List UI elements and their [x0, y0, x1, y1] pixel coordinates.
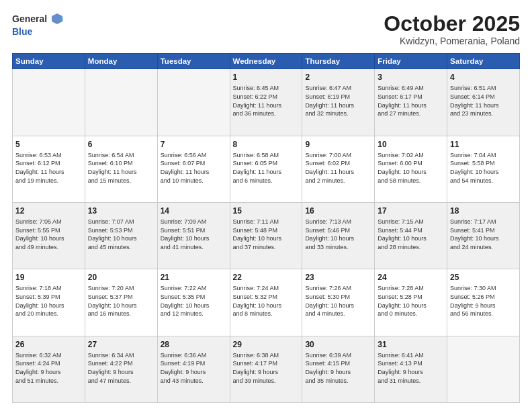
day-info: Sunrise: 7:13 AM Sunset: 5:46 PM Dayligh… — [305, 218, 371, 251]
day-info: Sunrise: 6:54 AM Sunset: 6:10 PM Dayligh… — [88, 151, 154, 185]
day-number: 6 — [88, 139, 154, 150]
day-info: Sunrise: 6:36 AM Sunset: 4:19 PM Dayligh… — [161, 351, 227, 385]
day-info: Sunrise: 7:24 AM Sunset: 5:32 PM Dayligh… — [233, 284, 300, 318]
day-info: Sunrise: 6:51 AM Sunset: 6:14 PM Dayligh… — [450, 84, 517, 118]
day-info: Sunrise: 6:38 AM Sunset: 4:17 PM Dayligh… — [233, 351, 300, 385]
day-info: Sunrise: 6:56 AM Sunset: 6:07 PM Dayligh… — [161, 151, 227, 185]
day-number: 2 — [305, 72, 371, 83]
table-row: 7Sunrise: 6:56 AM Sunset: 6:07 PM Daylig… — [157, 136, 230, 202]
table-row: 30Sunrise: 6:39 AM Sunset: 4:15 PM Dayli… — [302, 336, 375, 402]
day-number: 29 — [233, 339, 300, 350]
table-row: 31Sunrise: 6:41 AM Sunset: 4:13 PM Dayli… — [375, 336, 447, 402]
table-row: 6Sunrise: 6:54 AM Sunset: 6:10 PM Daylig… — [85, 136, 157, 202]
col-friday: Friday — [375, 54, 447, 69]
day-info: Sunrise: 7:20 AM Sunset: 5:37 PM Dayligh… — [88, 284, 154, 318]
day-info: Sunrise: 7:22 AM Sunset: 5:35 PM Dayligh… — [161, 284, 227, 318]
calendar-week-row: 19Sunrise: 7:18 AM Sunset: 5:39 PM Dayli… — [13, 269, 520, 336]
day-info: Sunrise: 6:34 AM Sunset: 4:22 PM Dayligh… — [88, 351, 154, 385]
title-month: October 2025 — [384, 12, 520, 36]
day-info: Sunrise: 7:28 AM Sunset: 5:28 PM Dayligh… — [378, 284, 444, 318]
table-row: 29Sunrise: 6:38 AM Sunset: 4:17 PM Dayli… — [230, 336, 302, 402]
col-tuesday: Tuesday — [157, 54, 230, 69]
day-number: 8 — [233, 139, 300, 150]
calendar-week-row: 5Sunrise: 6:53 AM Sunset: 6:12 PM Daylig… — [13, 136, 520, 202]
day-number: 22 — [233, 272, 300, 283]
col-sunday: Sunday — [13, 54, 85, 69]
day-number: 11 — [450, 139, 517, 150]
title-block: October 2025 Kwidzyn, Pomerania, Poland — [384, 12, 520, 46]
day-number: 4 — [450, 72, 517, 83]
day-info: Sunrise: 7:30 AM Sunset: 5:26 PM Dayligh… — [450, 284, 517, 318]
table-row: 28Sunrise: 6:36 AM Sunset: 4:19 PM Dayli… — [157, 336, 230, 402]
table-row: 3Sunrise: 6:49 AM Sunset: 6:17 PM Daylig… — [375, 69, 447, 136]
day-number: 18 — [450, 205, 517, 216]
table-row: 20Sunrise: 7:20 AM Sunset: 5:37 PM Dayli… — [85, 269, 157, 336]
table-row: 14Sunrise: 7:09 AM Sunset: 5:51 PM Dayli… — [157, 202, 230, 269]
day-number: 12 — [15, 205, 82, 216]
table-row: 13Sunrise: 7:07 AM Sunset: 5:53 PM Dayli… — [85, 202, 157, 269]
table-row — [85, 69, 157, 136]
day-info: Sunrise: 6:32 AM Sunset: 4:24 PM Dayligh… — [15, 351, 82, 385]
table-row: 17Sunrise: 7:15 AM Sunset: 5:44 PM Dayli… — [375, 202, 447, 269]
logo: General Blue — [12, 12, 65, 37]
table-row: 10Sunrise: 7:02 AM Sunset: 6:00 PM Dayli… — [375, 136, 447, 202]
day-info: Sunrise: 7:00 AM Sunset: 6:02 PM Dayligh… — [305, 151, 371, 185]
table-row: 21Sunrise: 7:22 AM Sunset: 5:35 PM Dayli… — [157, 269, 230, 336]
day-info: Sunrise: 7:02 AM Sunset: 6:00 PM Dayligh… — [378, 151, 444, 185]
day-number: 1 — [233, 72, 300, 83]
table-row: 5Sunrise: 6:53 AM Sunset: 6:12 PM Daylig… — [13, 136, 85, 202]
table-row: 22Sunrise: 7:24 AM Sunset: 5:32 PM Dayli… — [230, 269, 302, 336]
day-info: Sunrise: 6:58 AM Sunset: 6:05 PM Dayligh… — [233, 151, 300, 185]
table-row: 26Sunrise: 6:32 AM Sunset: 4:24 PM Dayli… — [13, 336, 85, 402]
day-number: 21 — [161, 272, 227, 283]
day-number: 3 — [378, 72, 444, 83]
day-number: 24 — [378, 272, 444, 283]
day-info: Sunrise: 7:11 AM Sunset: 5:48 PM Dayligh… — [233, 218, 300, 251]
col-monday: Monday — [85, 54, 157, 69]
day-number: 26 — [15, 339, 82, 350]
logo-blue: Blue — [12, 27, 65, 37]
day-number: 5 — [15, 139, 82, 150]
table-row — [157, 69, 230, 136]
day-number: 20 — [88, 272, 154, 283]
day-info: Sunrise: 6:41 AM Sunset: 4:13 PM Dayligh… — [378, 351, 444, 385]
calendar-table: Sunday Monday Tuesday Wednesday Thursday… — [12, 53, 520, 403]
header: General Blue October 2025 Kwidzyn, Pomer… — [12, 12, 520, 46]
day-number: 9 — [305, 139, 371, 150]
day-info: Sunrise: 6:39 AM Sunset: 4:15 PM Dayligh… — [305, 351, 371, 385]
day-number: 19 — [15, 272, 82, 283]
table-row: 23Sunrise: 7:26 AM Sunset: 5:30 PM Dayli… — [302, 269, 375, 336]
day-info: Sunrise: 6:49 AM Sunset: 6:17 PM Dayligh… — [378, 84, 444, 118]
table-row: 24Sunrise: 7:28 AM Sunset: 5:28 PM Dayli… — [375, 269, 447, 336]
calendar-week-row: 1Sunrise: 6:45 AM Sunset: 6:22 PM Daylig… — [13, 69, 520, 136]
day-number: 25 — [450, 272, 517, 283]
day-number: 28 — [161, 339, 227, 350]
day-number: 13 — [88, 205, 154, 216]
day-number: 15 — [233, 205, 300, 216]
table-row: 4Sunrise: 6:51 AM Sunset: 6:14 PM Daylig… — [447, 69, 520, 136]
day-info: Sunrise: 7:18 AM Sunset: 5:39 PM Dayligh… — [15, 284, 82, 318]
table-row: 16Sunrise: 7:13 AM Sunset: 5:46 PM Dayli… — [302, 202, 375, 269]
day-number: 23 — [305, 272, 371, 283]
day-info: Sunrise: 7:05 AM Sunset: 5:55 PM Dayligh… — [15, 218, 82, 251]
table-row: 27Sunrise: 6:34 AM Sunset: 4:22 PM Dayli… — [85, 336, 157, 402]
day-number: 17 — [378, 205, 444, 216]
day-info: Sunrise: 6:45 AM Sunset: 6:22 PM Dayligh… — [233, 84, 300, 118]
table-row: 8Sunrise: 6:58 AM Sunset: 6:05 PM Daylig… — [230, 136, 302, 202]
day-number: 14 — [161, 205, 227, 216]
table-row: 9Sunrise: 7:00 AM Sunset: 6:02 PM Daylig… — [302, 136, 375, 202]
logo-general: General — [12, 14, 47, 24]
table-row: 1Sunrise: 6:45 AM Sunset: 6:22 PM Daylig… — [230, 69, 302, 136]
table-row: 19Sunrise: 7:18 AM Sunset: 5:39 PM Dayli… — [13, 269, 85, 336]
table-row: 15Sunrise: 7:11 AM Sunset: 5:48 PM Dayli… — [230, 202, 302, 269]
page: General Blue October 2025 Kwidzyn, Pomer… — [0, 0, 532, 411]
col-saturday: Saturday — [447, 54, 520, 69]
table-row: 25Sunrise: 7:30 AM Sunset: 5:26 PM Dayli… — [447, 269, 520, 336]
day-info: Sunrise: 6:47 AM Sunset: 6:19 PM Dayligh… — [305, 84, 371, 118]
day-info: Sunrise: 7:15 AM Sunset: 5:44 PM Dayligh… — [378, 218, 444, 251]
day-info: Sunrise: 7:17 AM Sunset: 5:41 PM Dayligh… — [450, 218, 517, 251]
logo-icon — [49, 11, 65, 27]
calendar-week-row: 12Sunrise: 7:05 AM Sunset: 5:55 PM Dayli… — [13, 202, 520, 269]
day-number: 16 — [305, 205, 371, 216]
calendar-header-row: Sunday Monday Tuesday Wednesday Thursday… — [13, 54, 520, 69]
